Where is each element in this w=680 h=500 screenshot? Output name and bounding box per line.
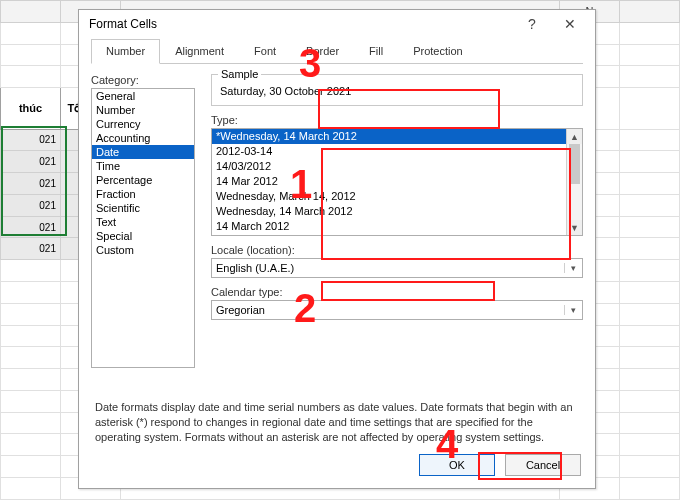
type-item[interactable]: 2012-03-14 bbox=[212, 144, 566, 159]
tab-alignment[interactable]: Alignment bbox=[160, 39, 239, 64]
tab-border[interactable]: Border bbox=[291, 39, 354, 64]
type-item[interactable]: 14/03/2012 bbox=[212, 159, 566, 174]
type-label: Type: bbox=[211, 114, 583, 126]
close-icon: ✕ bbox=[564, 16, 576, 32]
tab-font[interactable]: Font bbox=[239, 39, 291, 64]
scroll-down-icon[interactable]: ▼ bbox=[567, 220, 582, 235]
category-item[interactable]: Number bbox=[92, 103, 194, 117]
ok-button[interactable]: OK bbox=[419, 454, 495, 476]
table-row[interactable]: 021 bbox=[1, 151, 61, 173]
category-item[interactable]: Time bbox=[92, 159, 194, 173]
type-item[interactable]: Wednesday, 14 March 2012 bbox=[212, 204, 566, 219]
calendar-value: Gregorian bbox=[212, 304, 564, 316]
sample-group: Sample Saturday, 30 October 2021 bbox=[211, 74, 583, 106]
dialog-title: Format Cells bbox=[89, 17, 513, 31]
locale-combo[interactable]: English (U.A.E.) ▾ bbox=[211, 258, 583, 278]
table-row[interactable]: 021 bbox=[1, 238, 61, 260]
tab-fill[interactable]: Fill bbox=[354, 39, 398, 64]
cancel-button[interactable]: Cancel bbox=[505, 454, 581, 476]
help-text: Date formats display date and time seria… bbox=[79, 400, 595, 445]
tab-number[interactable]: Number bbox=[91, 39, 160, 64]
tab-bar: Number Alignment Font Border Fill Protec… bbox=[91, 38, 583, 64]
close-button[interactable]: ✕ bbox=[551, 10, 589, 38]
category-item[interactable]: Accounting bbox=[92, 131, 194, 145]
table-header: thúc bbox=[1, 88, 61, 129]
type-item[interactable]: 14 Mar 2012 bbox=[212, 174, 566, 189]
table-row[interactable]: 021 bbox=[1, 129, 61, 151]
calendar-label: Calendar type: bbox=[211, 286, 583, 298]
type-list[interactable]: *Wednesday, 14 March 2012 2012-03-14 14/… bbox=[211, 128, 583, 236]
category-label: Category: bbox=[91, 74, 195, 86]
type-item-selected[interactable]: *Wednesday, 14 March 2012 bbox=[212, 129, 566, 144]
category-item[interactable]: Custom bbox=[92, 243, 194, 257]
type-item[interactable]: Wednesday, March 14, 2012 bbox=[212, 189, 566, 204]
type-item[interactable]: 14 March 2012 bbox=[212, 219, 566, 234]
table-row[interactable]: 021 bbox=[1, 194, 61, 216]
category-item[interactable]: Currency bbox=[92, 117, 194, 131]
locale-label: Locale (location): bbox=[211, 244, 583, 256]
format-cells-dialog: Format Cells ? ✕ Number Alignment Font B… bbox=[78, 9, 596, 489]
scroll-thumb[interactable] bbox=[569, 144, 580, 184]
chevron-down-icon[interactable]: ▾ bbox=[564, 263, 582, 273]
type-scrollbar[interactable]: ▲ ▼ bbox=[566, 129, 582, 235]
locale-value: English (U.A.E.) bbox=[212, 262, 564, 274]
help-button[interactable]: ? bbox=[513, 10, 551, 38]
sample-value: Saturday, 30 October 2021 bbox=[220, 85, 574, 97]
scroll-up-icon[interactable]: ▲ bbox=[567, 129, 582, 144]
sample-label: Sample bbox=[218, 68, 261, 80]
category-item[interactable]: Text bbox=[92, 215, 194, 229]
calendar-combo[interactable]: Gregorian ▾ bbox=[211, 300, 583, 320]
tab-protection[interactable]: Protection bbox=[398, 39, 478, 64]
category-list[interactable]: General Number Currency Accounting Date … bbox=[91, 88, 195, 368]
category-item[interactable]: Scientific bbox=[92, 201, 194, 215]
category-item-selected[interactable]: Date bbox=[92, 145, 194, 159]
category-item[interactable]: Fraction bbox=[92, 187, 194, 201]
category-item[interactable]: Percentage bbox=[92, 173, 194, 187]
table-row[interactable]: 021 bbox=[1, 173, 61, 195]
category-item[interactable]: Special bbox=[92, 229, 194, 243]
table-row[interactable]: 021 bbox=[1, 216, 61, 238]
category-item[interactable]: General bbox=[92, 89, 194, 103]
chevron-down-icon[interactable]: ▾ bbox=[564, 305, 582, 315]
